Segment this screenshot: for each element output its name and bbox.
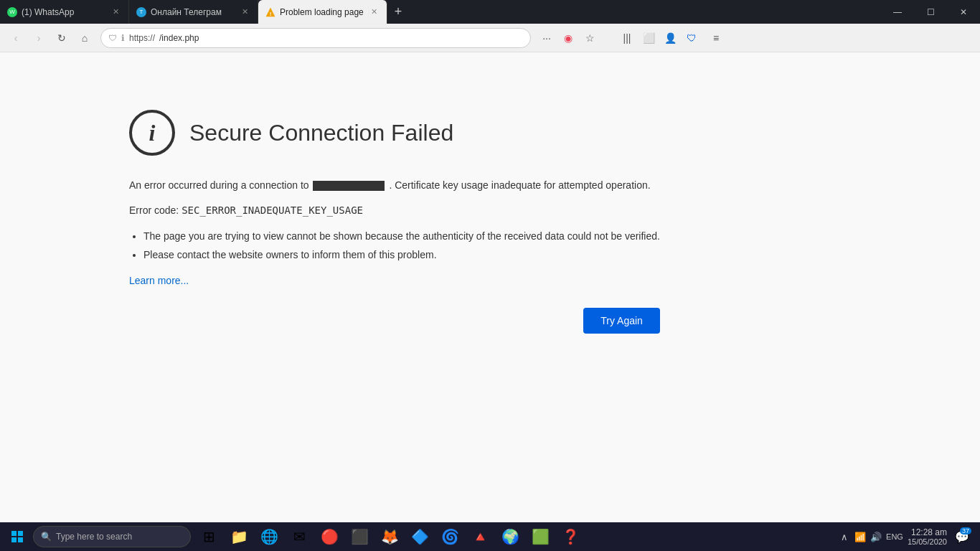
tray-volume-icon[interactable]: 🔊 <box>870 531 882 542</box>
error-box: i Secure Connection Failed An error occu… <box>129 110 660 334</box>
learn-more-link[interactable]: Learn more... <box>129 275 660 286</box>
error-desc-before: An error occurred during a connection to <box>129 179 309 191</box>
tab-whatsapp[interactable]: W (1) WhatsApp ✕ <box>0 0 129 24</box>
help-icon: ❓ <box>562 528 580 545</box>
synced-tabs-icon[interactable]: ⬜ <box>639 28 659 48</box>
home-button[interactable]: ⌂ <box>75 28 95 48</box>
terminal-icon: ⬛ <box>351 528 369 545</box>
firefox-icon: 🦊 <box>381 528 399 545</box>
taskbar-app9[interactable]: 🔺 <box>466 523 494 550</box>
app10-icon: 🌍 <box>501 528 519 545</box>
home-icon: ⌂ <box>82 32 88 44</box>
forward-icon: › <box>37 32 41 44</box>
tab-telegram-label: Онлайн Телеграм <box>151 7 235 17</box>
taskbar-app8[interactable]: 🌀 <box>436 523 463 550</box>
error-header: i Secure Connection Failed <box>129 110 660 156</box>
tray-arrow[interactable]: ∧ <box>839 531 850 542</box>
taskbar-app7[interactable]: 🔷 <box>406 523 433 550</box>
error-bullets: The page you are trying to view cannot b… <box>143 230 660 260</box>
account-icon[interactable]: 👤 <box>660 28 680 48</box>
title-bar: W (1) WhatsApp ✕ T Онлайн Телеграм ✕ ! P… <box>0 0 980 24</box>
error-code-value: SEC_ERROR_INADEQUATE_KEY_USAGE <box>182 204 363 216</box>
tab-error[interactable]: ! Problem loading page ✕ <box>258 0 387 24</box>
bookmark-button[interactable]: ☆ <box>580 28 600 48</box>
app8-icon: 🌀 <box>441 528 459 545</box>
reading-list-icon[interactable]: ||| <box>617 28 637 48</box>
forward-button[interactable]: › <box>29 28 49 48</box>
tray-clock[interactable]: 12:28 am 15/05/2020 <box>908 527 947 546</box>
address-bar[interactable]: 🛡 ℹ https:// /index.php <box>100 28 531 48</box>
minimize-button[interactable]: — <box>881 0 914 24</box>
tab-telegram[interactable]: T Онлайн Телеграм ✕ <box>129 0 258 24</box>
close-button[interactable]: ✕ <box>947 0 980 24</box>
taskbar-firefox[interactable]: 🦊 <box>376 523 403 550</box>
pocket-button[interactable]: ◉ <box>558 28 578 48</box>
try-again-container: Try Again <box>129 308 660 334</box>
new-tab-button[interactable]: + <box>387 0 409 24</box>
tab-whatsapp-close[interactable]: ✕ <box>110 6 121 18</box>
tray-network-icon[interactable]: 📶 <box>854 531 866 542</box>
error-title: Secure Connection Failed <box>189 120 453 146</box>
info-circle-icon: i <box>149 120 156 146</box>
error-page: i Secure Connection Failed An error occu… <box>0 52 980 522</box>
error-icon-circle: i <box>129 110 175 156</box>
taskbar-apps: ⊞ 📁 🌐 ✉ 🔴 ⬛ 🦊 🔷 🌀 🔺 🌍 <box>195 523 584 550</box>
tab-telegram-close[interactable]: ✕ <box>239 6 250 18</box>
app9-icon: 🔺 <box>471 528 489 545</box>
maximize-button[interactable]: ☐ <box>914 0 947 24</box>
taskbar-app10[interactable]: 🌍 <box>496 523 524 550</box>
tab-error-label: Problem loading page <box>280 7 364 17</box>
back-button[interactable]: ‹ <box>6 28 26 48</box>
nav-bar: ‹ › ↻ ⌂ 🛡 ℹ https:// /index.php ··· ◉ ☆ … <box>0 24 980 52</box>
tray-time: 12:28 am <box>911 527 947 537</box>
info-icon: ℹ <box>121 33 125 43</box>
error-description: An error occurred during a connection to… <box>129 177 660 193</box>
taskbar-search[interactable]: 🔍 Type here to search <box>33 526 191 547</box>
app11-icon: 🟩 <box>532 528 550 545</box>
system-tray: ∧ 📶 🔊 ENG 12:28 am 15/05/2020 💬 37 <box>834 526 977 547</box>
more-button[interactable]: ··· <box>537 28 557 48</box>
search-icon: 🔍 <box>41 532 52 542</box>
window-controls: — ☐ ✕ <box>881 0 980 24</box>
taskbar-mail[interactable]: ✉ <box>286 523 313 550</box>
error-bullet-1: The page you are trying to view cannot b… <box>143 230 660 242</box>
shield-icon: 🛡 <box>108 33 117 43</box>
tray-language: ENG <box>886 532 903 541</box>
menu-button[interactable]: ≡ <box>706 28 726 48</box>
app7-icon: 🔷 <box>411 528 429 545</box>
taskbar-edge[interactable]: 🌐 <box>255 523 283 550</box>
search-placeholder: Type here to search <box>56 532 132 542</box>
error-desc-after: . Certificate key usage inadequate for a… <box>389 179 650 191</box>
error-bullet-2: Please contact the website owners to inf… <box>143 249 660 260</box>
taskbar-app11[interactable]: 🟩 <box>527 523 554 550</box>
error-code-label: Error code: <box>129 204 179 216</box>
edge-icon: 🌐 <box>260 528 278 545</box>
mail-icon: ✉ <box>293 528 306 545</box>
taskbar: 🔍 Type here to search ⊞ 📁 🌐 ✉ 🔴 ⬛ 🦊 🔷 🌀 <box>0 522 980 551</box>
error-domain-redacted <box>313 181 385 191</box>
refresh-button[interactable]: ↻ <box>52 28 72 48</box>
refresh-icon: ↻ <box>57 32 66 44</box>
back-icon: ‹ <box>14 32 18 44</box>
taskbar-task-view[interactable]: ⊞ <box>195 523 222 550</box>
taskbar-help[interactable]: ❓ <box>557 523 584 550</box>
app5-icon: 🔴 <box>321 528 339 545</box>
nav-right-tools: ··· ◉ ☆ ||| ⬜ 👤 🛡 ≡ <box>537 28 726 48</box>
svg-text:!: ! <box>270 10 272 17</box>
tab-error-close[interactable]: ✕ <box>368 6 380 18</box>
taskbar-file-explorer[interactable]: 📁 <box>225 523 253 550</box>
address-url: https:// <box>129 33 155 43</box>
error-code-line: Error code: SEC_ERROR_INADEQUATE_KEY_USA… <box>129 204 660 216</box>
telegram-icon: T <box>136 7 146 17</box>
try-again-button[interactable]: Try Again <box>583 308 660 334</box>
taskbar-app5[interactable]: 🔴 <box>316 523 343 550</box>
start-button[interactable] <box>3 522 32 551</box>
file-explorer-icon: 📁 <box>230 528 248 545</box>
taskbar-terminal[interactable]: ⬛ <box>346 523 373 550</box>
warning-icon: ! <box>265 7 275 17</box>
notification-button[interactable]: 💬 37 <box>951 526 973 547</box>
container-icon[interactable]: 🛡 <box>682 28 702 48</box>
tray-date: 15/05/2020 <box>908 537 947 546</box>
address-path: /index.php <box>159 33 199 43</box>
whatsapp-icon: W <box>7 7 17 17</box>
